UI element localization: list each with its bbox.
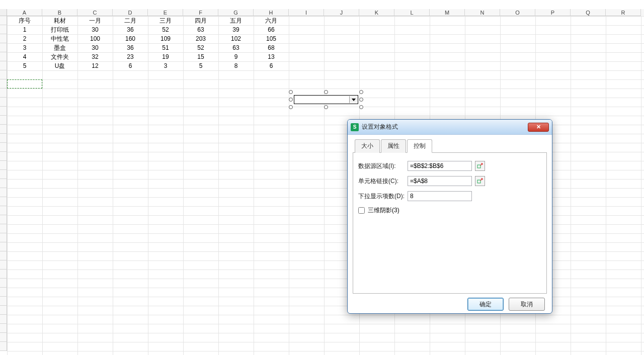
cell[interactable]: 13 bbox=[254, 52, 289, 61]
cell[interactable]: 23 bbox=[113, 52, 148, 61]
cell[interactable]: 52 bbox=[183, 43, 218, 52]
dropdown-lines-field[interactable] bbox=[408, 191, 472, 201]
resize-handle-mr[interactable] bbox=[359, 98, 363, 102]
cell[interactable]: 2 bbox=[7, 34, 42, 43]
cell[interactable]: 30 bbox=[77, 43, 113, 52]
column-header[interactable]: F bbox=[183, 9, 218, 16]
column-header[interactable]: I bbox=[289, 9, 324, 16]
column-header[interactable]: Q bbox=[571, 9, 606, 16]
row-header[interactable] bbox=[0, 61, 7, 70]
column-header[interactable]: C bbox=[77, 9, 113, 16]
resize-handle-tr[interactable] bbox=[359, 90, 363, 94]
cell[interactable]: 墨盒 bbox=[42, 43, 77, 52]
cell[interactable]: 4 bbox=[7, 52, 42, 61]
column-header[interactable]: K bbox=[359, 9, 394, 16]
row-header[interactable] bbox=[0, 107, 7, 116]
cell-link-field[interactable] bbox=[408, 176, 472, 186]
cell[interactable]: 五月 bbox=[218, 16, 254, 25]
cell[interactable]: 二月 bbox=[113, 16, 148, 25]
row-header[interactable] bbox=[0, 260, 7, 270]
row-header[interactable] bbox=[0, 206, 7, 215]
row-header[interactable] bbox=[0, 333, 7, 342]
resize-handle-bl[interactable] bbox=[289, 105, 293, 109]
resize-handle-ml[interactable] bbox=[289, 98, 293, 102]
row-header[interactable] bbox=[0, 270, 7, 279]
tab-size[interactable]: 大小 bbox=[355, 139, 380, 153]
cell[interactable]: 51 bbox=[148, 43, 183, 52]
resize-handle-tl[interactable] bbox=[289, 90, 293, 94]
row-headers[interactable] bbox=[0, 16, 7, 351]
cell[interactable]: 15 bbox=[183, 52, 218, 61]
cell[interactable]: 三月 bbox=[148, 16, 183, 25]
row-header[interactable] bbox=[0, 125, 7, 134]
cell[interactable]: 66 bbox=[254, 25, 289, 34]
cell[interactable]: 6 bbox=[254, 61, 289, 70]
column-header[interactable]: N bbox=[465, 9, 500, 16]
column-header[interactable]: R bbox=[606, 9, 641, 16]
cell[interactable]: U盘 bbox=[42, 61, 77, 70]
row-header[interactable] bbox=[0, 43, 7, 52]
cell[interactable]: 63 bbox=[218, 43, 254, 52]
column-header[interactable]: M bbox=[430, 9, 465, 16]
cell[interactable]: 36 bbox=[113, 25, 148, 34]
row-header[interactable] bbox=[0, 179, 7, 188]
column-header[interactable]: P bbox=[535, 9, 571, 16]
cancel-button[interactable]: 取消 bbox=[509, 298, 545, 311]
row-header[interactable] bbox=[0, 215, 7, 224]
column-header[interactable]: A bbox=[7, 9, 42, 16]
cell[interactable]: 1 bbox=[7, 25, 42, 34]
tab-control[interactable]: 控制 bbox=[407, 139, 432, 153]
row-header[interactable] bbox=[0, 88, 7, 98]
row-header[interactable] bbox=[0, 161, 7, 170]
column-header[interactable]: D bbox=[113, 9, 148, 16]
cell-link-refpicker[interactable] bbox=[475, 176, 485, 186]
resize-handle-br[interactable] bbox=[359, 105, 363, 109]
cell[interactable]: 63 bbox=[183, 25, 218, 34]
row-header[interactable] bbox=[0, 224, 7, 233]
cell[interactable]: 5 bbox=[7, 61, 42, 70]
cell[interactable]: 100 bbox=[77, 34, 113, 43]
row-header[interactable] bbox=[0, 134, 7, 143]
combobox-body[interactable] bbox=[294, 95, 358, 104]
close-button[interactable]: ✕ bbox=[528, 123, 549, 132]
column-header[interactable]: B bbox=[42, 9, 77, 16]
column-header[interactable]: O bbox=[500, 9, 535, 16]
row-header[interactable] bbox=[0, 242, 7, 251]
row-header[interactable] bbox=[0, 306, 7, 315]
row-header[interactable] bbox=[0, 279, 7, 288]
cell[interactable]: 109 bbox=[148, 34, 183, 43]
resize-handle-bc[interactable] bbox=[324, 105, 328, 109]
row-header[interactable] bbox=[0, 98, 7, 107]
column-header[interactable]: G bbox=[218, 9, 254, 16]
row-header[interactable] bbox=[0, 233, 7, 242]
cell[interactable]: 19 bbox=[148, 52, 183, 61]
combobox-dropdown-button[interactable] bbox=[349, 96, 357, 103]
row-header[interactable] bbox=[0, 143, 7, 152]
row-header[interactable] bbox=[0, 315, 7, 324]
tab-attributes[interactable]: 属性 bbox=[381, 139, 406, 153]
resize-handle-tc[interactable] bbox=[324, 90, 328, 94]
row-header[interactable] bbox=[0, 297, 7, 306]
cell[interactable]: 六月 bbox=[254, 16, 289, 25]
cell[interactable]: 68 bbox=[254, 43, 289, 52]
row-header[interactable] bbox=[0, 79, 7, 88]
cell[interactable]: 耗材 bbox=[42, 16, 77, 25]
cell[interactable]: 6 bbox=[113, 61, 148, 70]
column-header[interactable]: E bbox=[148, 9, 183, 16]
row-header[interactable] bbox=[0, 170, 7, 179]
cell[interactable]: 160 bbox=[113, 34, 148, 43]
cell[interactable]: 9 bbox=[218, 52, 254, 61]
cell[interactable]: 203 bbox=[183, 34, 218, 43]
cell[interactable]: 3 bbox=[148, 61, 183, 70]
row-header[interactable] bbox=[0, 52, 7, 61]
select-all-corner[interactable] bbox=[0, 9, 7, 16]
cell[interactable]: 52 bbox=[148, 25, 183, 34]
column-header[interactable]: H bbox=[254, 9, 289, 16]
row-header[interactable] bbox=[0, 288, 7, 297]
cell[interactable]: 序号 bbox=[7, 16, 42, 25]
cell[interactable]: 102 bbox=[218, 34, 254, 43]
shadow-checkbox[interactable] bbox=[358, 207, 365, 214]
column-headers[interactable]: ABCDEFGHIJKLMNOPQR bbox=[7, 9, 644, 16]
row-header[interactable] bbox=[0, 188, 7, 197]
cell[interactable]: 39 bbox=[218, 25, 254, 34]
